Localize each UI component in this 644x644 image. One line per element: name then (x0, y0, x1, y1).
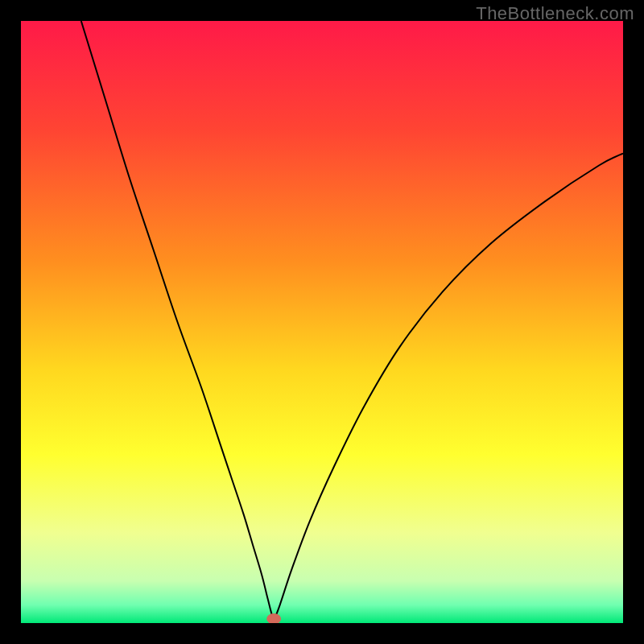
gradient-background (21, 21, 623, 623)
bottleneck-chart (21, 21, 623, 623)
chart-container: TheBottleneck.com (0, 0, 644, 644)
plot-area (21, 21, 623, 623)
watermark-text: TheBottleneck.com (476, 3, 634, 24)
